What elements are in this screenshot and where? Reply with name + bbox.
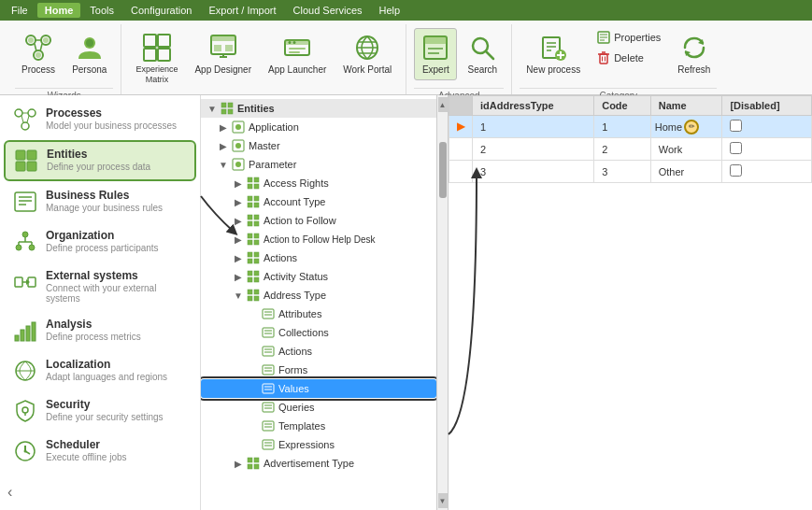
col-disabled[interactable]: [Disabled] [722, 96, 812, 116]
organization-icon [12, 229, 38, 255]
svg-rect-138 [263, 365, 274, 375]
tree-item-actions-sub[interactable]: Actions [201, 342, 436, 361]
security-subtitle: Define your security settings [46, 412, 164, 422]
col-code[interactable]: Code [594, 96, 651, 116]
persona-button[interactable]: Persona [65, 28, 113, 80]
disabled-checkbox[interactable] [730, 120, 742, 132]
tree-item-values[interactable]: Values [201, 379, 436, 398]
parameter-label: Parameter [249, 159, 296, 170]
values-label: Values [278, 383, 309, 394]
tree-scrollbar[interactable]: ▲ ▼ [436, 95, 448, 510]
refresh-button[interactable]: Refresh [671, 28, 717, 80]
tree-item-advertisement-type[interactable]: ▶ Advertisement Type [201, 454, 436, 473]
table-row[interactable]: ▶ 1 1 Home ✏ [449, 116, 812, 138]
tree-item-entities-root[interactable]: ▼ Entities [201, 99, 436, 118]
cell-name[interactable]: Home ✏ [650, 116, 722, 138]
menu-home[interactable]: Home [37, 3, 81, 18]
sidebar-item-security[interactable]: Security Define your security settings [4, 391, 196, 431]
properties-button[interactable]: Properties [591, 28, 667, 47]
tree-item-action-to-follow-helpdesk[interactable]: ▶ Action to Follow Help Desk [201, 230, 436, 248]
menu-help[interactable]: Help [372, 3, 408, 18]
tree-item-parameter[interactable]: ▼ Parameter [201, 155, 436, 174]
disabled-checkbox[interactable] [730, 164, 742, 177]
external-systems-title: External systems [46, 269, 188, 282]
svg-rect-120 [254, 259, 259, 263]
expand-icon [246, 344, 261, 359]
work-portal-button[interactable]: Work Portal [336, 28, 398, 80]
app-launcher-label: App Launcher [268, 64, 326, 76]
tree-item-access-rights[interactable]: ▶ Access Rights [201, 174, 436, 192]
tree-item-expressions[interactable]: Expressions [201, 435, 436, 454]
menu-file[interactable]: File [4, 3, 36, 18]
tree-item-templates[interactable]: Templates [201, 417, 436, 435]
sidebar-item-external-systems[interactable]: External systems Connect with your exter… [4, 262, 196, 310]
col-id-address-type[interactable]: idAddressType [473, 96, 594, 116]
localization-subtitle: Adapt languages and regions [46, 372, 167, 382]
work-portal-icon [352, 33, 382, 63]
svg-rect-128 [254, 296, 259, 301]
menu-cloud-services[interactable]: Cloud Services [286, 3, 370, 18]
experience-matrix-button[interactable]: ExperienceMatrix [129, 28, 184, 90]
localization-icon [12, 358, 38, 384]
svg-rect-62 [16, 162, 25, 171]
table-row[interactable]: 3 3 Other [449, 161, 812, 183]
sidebar-item-processes[interactable]: Processes Model your business processes [4, 100, 196, 139]
queries-icon [261, 400, 276, 415]
svg-rect-92 [228, 103, 233, 107]
tree-item-actions[interactable]: ▶ Actions [201, 248, 436, 267]
tree-item-forms[interactable]: Forms [201, 361, 436, 379]
tree-item-action-to-follow[interactable]: ▶ Action to Follow [201, 211, 436, 230]
expand-icon: ▶ [231, 213, 246, 228]
expand-icon: ▶ [216, 138, 231, 153]
sidebar-item-localization[interactable]: Localization Adapt languages and regions [4, 351, 196, 390]
svg-point-90 [24, 450, 27, 453]
action-to-follow-icon [246, 213, 261, 228]
expert-button[interactable]: Expert [414, 28, 457, 80]
menu-tools[interactable]: Tools [82, 3, 121, 18]
attributes-icon [261, 306, 276, 321]
sidebar-item-business-rules[interactable]: Business Rules Manage your business rule… [4, 182, 196, 221]
address-type-label: Address Type [264, 290, 326, 301]
sidebar-item-analysis[interactable]: Analysis Define process metrics [4, 311, 196, 350]
tree-item-address-type[interactable]: ▼ Address Type [201, 286, 436, 305]
category-small-buttons: Properties Delete [591, 28, 667, 67]
app-launcher-button[interactable]: App Launcher [262, 28, 333, 80]
new-process-button[interactable]: New process [520, 28, 587, 80]
row-indicator [449, 138, 473, 161]
svg-rect-75 [15, 277, 22, 287]
svg-point-6 [28, 37, 34, 43]
tree-item-application[interactable]: ▶ Application [201, 118, 436, 136]
forms-icon [261, 362, 276, 377]
tree-item-queries[interactable]: Queries [201, 398, 436, 417]
properties-icon [597, 31, 610, 44]
tree-item-account-type[interactable]: ▶ Account Type [201, 192, 436, 211]
localization-title: Localization [46, 358, 167, 371]
sidebar-item-organization[interactable]: Organization Define process participants [4, 222, 196, 262]
col-name[interactable]: Name [650, 96, 722, 116]
svg-rect-115 [248, 240, 252, 245]
tree-item-attributes[interactable]: Attributes [201, 305, 436, 323]
sidebar-item-entities[interactable]: Entities Define your process data [4, 140, 196, 181]
svg-rect-125 [248, 290, 252, 294]
menu-export-import[interactable]: Export / Import [201, 3, 283, 18]
organization-subtitle: Define process participants [46, 243, 159, 253]
sidebar-collapse-button[interactable]: ‹ [7, 484, 12, 501]
tree-item-activity-status[interactable]: ▶ Activity Status [201, 267, 436, 286]
app-designer-button[interactable]: App Designer [188, 28, 258, 80]
disabled-checkbox[interactable] [730, 142, 742, 154]
refresh-icon [679, 33, 709, 63]
table-row[interactable]: 2 2 Work [449, 138, 812, 161]
menu-configuration[interactable]: Configuration [123, 3, 199, 18]
processes-text: Processes Model your business processes [46, 106, 177, 131]
cell-code: 3 [594, 161, 651, 183]
delete-button[interactable]: Delete [591, 49, 667, 67]
row-indicator: ▶ [449, 116, 473, 138]
edit-icon[interactable]: ✏ [684, 120, 699, 135]
process-button[interactable]: Process [15, 28, 62, 80]
svg-rect-110 [254, 215, 259, 220]
tree-item-master[interactable]: ▶ Master [201, 136, 436, 155]
tree-item-collections[interactable]: Collections [201, 323, 436, 342]
search-button[interactable]: Search [461, 28, 504, 80]
analysis-title: Analysis [46, 318, 141, 331]
sidebar-item-scheduler[interactable]: Scheduler Execute offline jobs [4, 432, 196, 471]
